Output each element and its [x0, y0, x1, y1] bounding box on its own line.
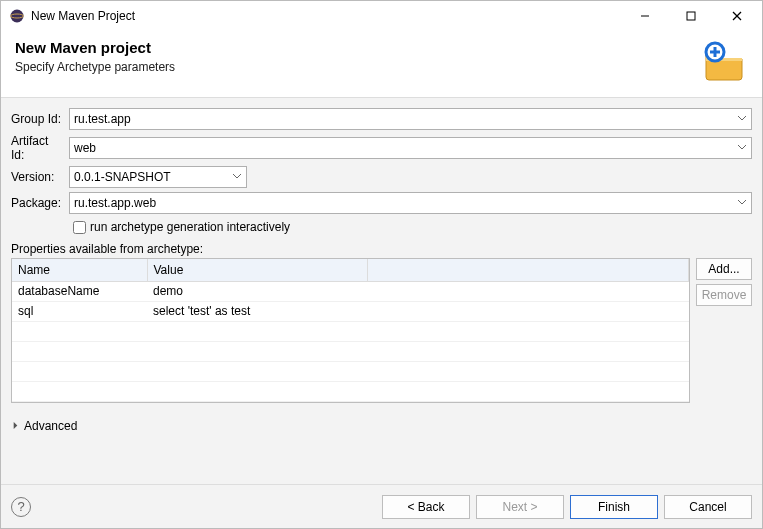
- package-value: ru.test.app.web: [74, 196, 156, 210]
- table-row[interactable]: sql select 'test' as test: [12, 301, 689, 321]
- cell-value: demo: [147, 281, 367, 301]
- remove-button[interactable]: Remove: [696, 284, 752, 306]
- column-value[interactable]: Value: [147, 259, 367, 281]
- eclipse-icon: [9, 8, 25, 24]
- new-folder-icon: [700, 39, 748, 87]
- advanced-toggle[interactable]: Advanced: [11, 419, 752, 433]
- chevron-down-icon: [737, 196, 747, 210]
- package-combo[interactable]: ru.test.app.web: [69, 192, 752, 214]
- cell-name: databaseName: [12, 281, 147, 301]
- svg-point-0: [11, 10, 24, 23]
- artifact-id-value: web: [74, 141, 96, 155]
- group-id-combo[interactable]: ru.test.app: [69, 108, 752, 130]
- page-title: New Maven project: [15, 39, 700, 56]
- wizard-header: New Maven project Specify Archetype para…: [1, 31, 762, 98]
- chevron-down-icon: [232, 170, 242, 184]
- window-title: New Maven Project: [31, 9, 622, 23]
- chevron-down-icon: [737, 141, 747, 155]
- group-id-label: Group Id:: [11, 112, 69, 126]
- package-label: Package:: [11, 196, 69, 210]
- interactive-label: run archetype generation interactively: [90, 220, 290, 234]
- properties-table[interactable]: Name Value databaseName demo sql: [11, 258, 690, 403]
- version-label: Version:: [11, 170, 69, 184]
- svg-rect-3: [687, 12, 695, 20]
- column-name[interactable]: Name: [12, 259, 147, 281]
- back-button[interactable]: < Back: [382, 495, 470, 519]
- column-spacer: [367, 259, 689, 281]
- version-value: 0.0.1-SNAPSHOT: [74, 170, 171, 184]
- wizard-window: New Maven Project New Maven project Spec…: [0, 0, 763, 529]
- help-button[interactable]: ?: [11, 497, 31, 517]
- chevron-down-icon: [737, 112, 747, 126]
- cell-name: sql: [12, 301, 147, 321]
- table-row-empty: .: [12, 321, 689, 341]
- finish-button[interactable]: Finish: [570, 495, 658, 519]
- artifact-id-label: Artifact Id:: [11, 134, 69, 162]
- maximize-button[interactable]: [668, 1, 714, 31]
- window-controls: [622, 1, 760, 31]
- table-row-empty: .: [12, 341, 689, 361]
- close-button[interactable]: [714, 1, 760, 31]
- version-combo[interactable]: 0.0.1-SNAPSHOT: [69, 166, 247, 188]
- table-row[interactable]: databaseName demo: [12, 281, 689, 301]
- minimize-button[interactable]: [622, 1, 668, 31]
- titlebar: New Maven Project: [1, 1, 762, 31]
- table-row-empty: .: [12, 381, 689, 401]
- wizard-body: Group Id: ru.test.app Artifact Id: web V…: [1, 98, 762, 484]
- page-subtitle: Specify Archetype parameters: [15, 60, 700, 74]
- wizard-footer: ? < Back Next > Finish Cancel: [1, 484, 762, 528]
- properties-section-label: Properties available from archetype:: [11, 242, 752, 256]
- chevron-right-icon: [11, 419, 20, 433]
- table-row-empty: .: [12, 361, 689, 381]
- advanced-label: Advanced: [24, 419, 77, 433]
- next-button[interactable]: Next >: [476, 495, 564, 519]
- artifact-id-combo[interactable]: web: [69, 137, 752, 159]
- group-id-value: ru.test.app: [74, 112, 131, 126]
- cell-value: select 'test' as test: [147, 301, 367, 321]
- interactive-checkbox[interactable]: [73, 221, 86, 234]
- cancel-button[interactable]: Cancel: [664, 495, 752, 519]
- add-button[interactable]: Add...: [696, 258, 752, 280]
